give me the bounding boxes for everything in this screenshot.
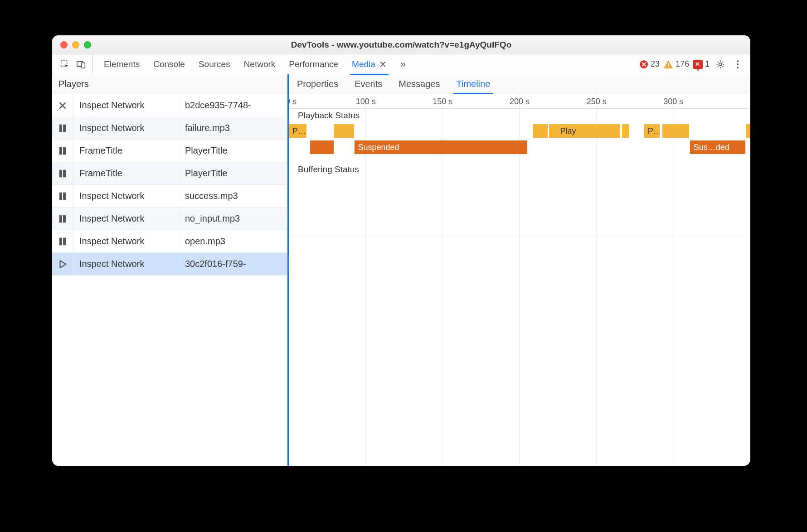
player-frame-title: Inspect Network xyxy=(73,213,179,224)
playback-bar[interactable]: P… xyxy=(289,124,306,138)
svg-rect-5 xyxy=(668,66,669,67)
svg-rect-9 xyxy=(59,147,62,154)
warning-icon xyxy=(663,60,673,69)
player-row[interactable]: Inspect Networkopen.mp3 xyxy=(52,230,287,253)
playback-bar[interactable]: Play xyxy=(556,124,620,138)
pause-icon xyxy=(52,185,73,207)
window-minimize-button[interactable] xyxy=(72,41,79,48)
playback-bar[interactable] xyxy=(662,124,689,138)
player-title: PlayerTitle xyxy=(179,168,287,179)
player-frame-title: FrameTitle xyxy=(73,145,179,156)
svg-rect-8 xyxy=(63,125,65,131)
warnings-count: 176 xyxy=(676,59,689,69)
close-icon xyxy=(52,94,73,116)
timeline-separator xyxy=(289,236,750,236)
players-sidebar: Players Inspect Networkb2dce935-7748-Ins… xyxy=(52,74,289,466)
close-tab-icon[interactable]: ✕ xyxy=(379,59,387,70)
window-close-button[interactable] xyxy=(60,41,68,48)
playback-bar[interactable] xyxy=(549,124,556,138)
playback-bar[interactable] xyxy=(746,124,750,138)
playback-status-label: Playback Status xyxy=(298,111,360,121)
players-list: Inspect Networkb2dce935-7748-Inspect Net… xyxy=(52,94,287,466)
tab-network[interactable]: Network xyxy=(244,59,276,69)
main-content: Players Inspect Networkb2dce935-7748-Ins… xyxy=(52,74,750,466)
player-frame-title: FrameTitle xyxy=(73,168,179,179)
suspended-bar[interactable]: Sus…ded xyxy=(690,140,745,154)
inspect-element-icon[interactable] xyxy=(58,58,71,71)
player-title: success.mp3 xyxy=(179,191,287,201)
svg-rect-14 xyxy=(63,193,65,199)
tab-performance[interactable]: Performance xyxy=(289,59,338,69)
pause-icon xyxy=(52,208,73,230)
player-frame-title: Inspect Network xyxy=(73,236,179,247)
pause-icon xyxy=(52,117,73,139)
svg-rect-11 xyxy=(59,170,62,177)
svg-rect-15 xyxy=(59,215,62,222)
issues-icon: ✕ xyxy=(693,60,703,69)
subtab-timeline[interactable]: Timeline xyxy=(456,79,490,89)
player-row[interactable]: Inspect Network30c2f016-f759- xyxy=(52,253,287,276)
player-row[interactable]: Inspect Networkb2dce935-7748- xyxy=(52,94,287,117)
player-row[interactable]: Inspect Networkno_input.mp3 xyxy=(52,208,287,230)
kebab-menu-icon[interactable] xyxy=(731,58,744,71)
svg-rect-12 xyxy=(63,170,65,177)
tab-console[interactable]: Console xyxy=(153,59,185,69)
player-title: open.mp3 xyxy=(179,236,287,247)
issues-badge[interactable]: ✕ 1 xyxy=(693,59,710,69)
suspended-track: SuspendedSus…ded xyxy=(289,140,750,154)
subtab-events[interactable]: Events xyxy=(355,79,382,89)
suspended-bar[interactable] xyxy=(310,140,334,154)
player-row[interactable]: Inspect Networkfailure.mp3 xyxy=(52,117,287,140)
detail-panel: Properties Events Messages Timeline 50 s… xyxy=(289,74,750,466)
svg-rect-10 xyxy=(63,147,65,154)
player-title: b2dce935-7748- xyxy=(179,100,287,111)
error-icon xyxy=(639,60,648,69)
playback-bar[interactable]: P… xyxy=(644,124,660,138)
playback-bar[interactable] xyxy=(622,124,629,138)
pause-icon xyxy=(52,162,73,184)
panel-tabs: Elements Console Sources Network Perform… xyxy=(92,54,415,74)
status-badges: 23 176 ✕ 1 xyxy=(639,59,714,69)
svg-rect-16 xyxy=(63,215,65,222)
playback-track: P…PlayP… xyxy=(289,124,750,138)
tab-media[interactable]: Media xyxy=(352,59,375,69)
svg-rect-7 xyxy=(59,125,62,131)
errors-badge[interactable]: 23 xyxy=(639,59,660,69)
player-title: PlayerTitle xyxy=(179,145,287,156)
playback-bar[interactable] xyxy=(334,124,354,138)
suspended-bar[interactable]: Suspended xyxy=(355,140,528,154)
timeline-tick: 100 s xyxy=(327,97,404,106)
errors-count: 23 xyxy=(651,59,660,69)
player-frame-title: Inspect Network xyxy=(73,259,179,269)
window-title: DevTools - www.youtube.com/watch?v=e1gAy… xyxy=(52,40,750,50)
timeline-tick: 150 s xyxy=(404,97,481,106)
player-row[interactable]: FrameTitlePlayerTitle xyxy=(52,162,287,185)
warnings-badge[interactable]: 176 xyxy=(663,59,689,69)
player-title: 30c2f016-f759- xyxy=(179,259,287,269)
tab-elements[interactable]: Elements xyxy=(104,59,140,69)
timeline-ruler: 50 s100 s150 s200 s250 s300 s xyxy=(289,97,750,106)
player-frame-title: Inspect Network xyxy=(73,123,179,133)
player-row[interactable]: FrameTitlePlayerTitle xyxy=(52,140,287,162)
player-row[interactable]: Inspect Networksuccess.mp3 xyxy=(52,185,287,208)
timeline-tick: 200 s xyxy=(481,97,558,106)
playback-bar[interactable] xyxy=(533,124,548,138)
more-tabs-icon[interactable]: » xyxy=(400,58,404,70)
pause-icon xyxy=(52,140,73,162)
subtab-properties[interactable]: Properties xyxy=(297,79,338,89)
tab-sources[interactable]: Sources xyxy=(199,59,230,69)
timeline-ruler-baseline xyxy=(289,108,750,109)
settings-icon[interactable] xyxy=(714,58,727,71)
player-frame-title: Inspect Network xyxy=(73,191,179,201)
device-toolbar-icon[interactable] xyxy=(75,58,88,71)
svg-rect-2 xyxy=(82,63,85,68)
devtools-toolbar: Elements Console Sources Network Perform… xyxy=(52,54,750,74)
devtools-window: DevTools - www.youtube.com/watch?v=e1gAy… xyxy=(52,35,750,466)
timeline-view: 50 s100 s150 s200 s250 s300 s Playback S… xyxy=(289,94,750,466)
timeline-tick: 250 s xyxy=(558,97,635,106)
svg-rect-17 xyxy=(59,238,62,245)
svg-point-6 xyxy=(719,63,722,66)
subtab-messages[interactable]: Messages xyxy=(399,79,440,89)
svg-rect-13 xyxy=(59,193,62,199)
window-zoom-button[interactable] xyxy=(84,41,91,48)
